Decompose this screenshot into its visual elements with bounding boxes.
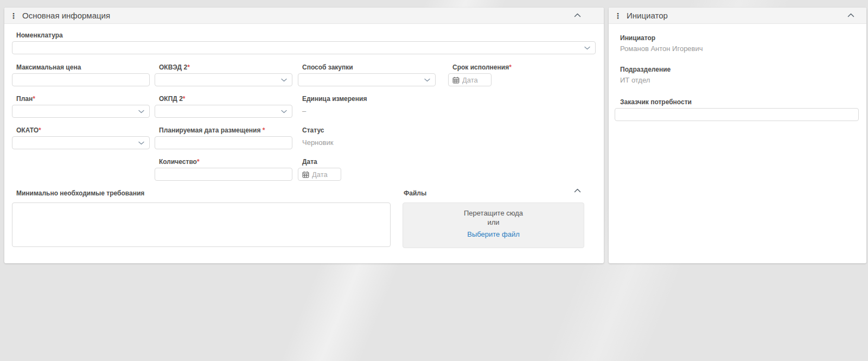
drag-handle-icon[interactable]: ⋮ <box>614 12 622 20</box>
field-department: Подразделение ИТ отдел <box>615 66 860 84</box>
field-planned-date: Планируемая дата размещения * <box>155 126 292 149</box>
unit-label: Единица измерения <box>298 95 436 103</box>
file-dropzone[interactable]: Перетащите сюда или Выберите файл <box>403 202 584 248</box>
field-date: Дата <box>298 158 341 181</box>
initiator-header: ⋮ Инициатор <box>609 8 866 24</box>
field-nomenclature: Номенклатура <box>12 31 596 54</box>
execution-term-datepicker[interactable] <box>448 73 492 86</box>
status-label: Статус <box>298 126 436 134</box>
okpd2-label: ОКПД 2* <box>155 95 292 103</box>
date-datepicker[interactable] <box>298 168 341 181</box>
execution-term-date-input[interactable] <box>462 76 487 84</box>
collapse-chevron-icon[interactable] <box>574 13 581 17</box>
chevron-down-icon <box>424 78 430 82</box>
chevron-down-icon <box>584 46 590 50</box>
required-asterisk: * <box>509 64 512 71</box>
okved2-label: ОКВЭД 2* <box>155 64 292 71</box>
customer-label: Заказчик потребности <box>615 98 860 106</box>
required-asterisk: * <box>183 95 186 103</box>
choose-file-link[interactable]: Выберите файл <box>467 230 519 238</box>
calendar-icon <box>302 171 309 178</box>
okved2-select[interactable] <box>155 73 292 86</box>
calendar-icon <box>452 77 459 84</box>
chevron-down-icon <box>138 141 144 145</box>
plan-label: План* <box>12 95 150 103</box>
required-asterisk: * <box>39 126 41 134</box>
nomenclature-select[interactable] <box>12 41 596 54</box>
purchase-method-select[interactable] <box>298 73 436 86</box>
chevron-down-icon <box>281 78 287 82</box>
min-requirements-label: Минимально необходимые требования <box>12 189 391 197</box>
field-execution-term: Срок исполнения* <box>448 64 492 86</box>
nomenclature-label: Номенклатура <box>12 31 596 39</box>
department-value: ИТ отдел <box>615 76 860 84</box>
required-asterisk: * <box>33 95 35 103</box>
chevron-down-icon <box>138 110 144 113</box>
chevron-down-icon <box>281 110 287 113</box>
field-max-price: Максимальная цена <box>12 64 150 86</box>
okato-label: ОКАТО* <box>12 126 150 134</box>
planned-date-label: Планируемая дата размещения * <box>155 126 292 134</box>
planned-date-input[interactable] <box>155 136 292 149</box>
initiator-value: Романов Антон Игоревич <box>615 45 860 53</box>
date-label: Дата <box>298 158 341 166</box>
field-okved2: ОКВЭД 2* <box>155 64 292 86</box>
max-price-input[interactable] <box>12 73 150 86</box>
required-asterisk: * <box>263 126 265 134</box>
customer-input[interactable] <box>615 108 859 121</box>
required-asterisk: * <box>187 64 190 71</box>
field-purchase-method: Способ закупки <box>298 64 436 86</box>
field-customer: Заказчик потребности <box>615 98 860 121</box>
purchase-method-label: Способ закупки <box>298 64 436 71</box>
panel-title-initiator: Инициатор <box>627 11 668 20</box>
okato-select[interactable] <box>12 136 150 149</box>
quantity-label: Количество* <box>155 158 292 166</box>
status-value: Черновик <box>298 136 436 149</box>
field-quantity: Количество* <box>155 158 292 181</box>
execution-term-label: Срок исполнения* <box>448 64 492 71</box>
files-collapse-chevron-icon[interactable] <box>574 188 581 193</box>
max-price-label: Максимальная цена <box>12 64 150 71</box>
required-asterisk: * <box>197 158 200 166</box>
quantity-input[interactable] <box>155 168 292 181</box>
date-input[interactable] <box>312 170 337 179</box>
field-initiator: Инициатор Романов Антон Игоревич <box>615 34 860 53</box>
files-label: Файлы <box>403 189 584 197</box>
department-label: Подразделение <box>615 66 860 73</box>
field-okpd2: ОКПД 2* <box>155 95 292 118</box>
panel-initiator: ⋮ Инициатор Инициатор Романов Антон Игор… <box>609 8 866 263</box>
field-min-requirements: Минимально необходимые требования <box>12 189 391 247</box>
panel-main-info: ⋮ Основная информация Номенклатура Макси… <box>4 8 604 263</box>
field-status: Статус Черновик <box>298 126 436 149</box>
drag-handle-icon[interactable]: ⋮ <box>10 12 17 20</box>
plan-select[interactable] <box>12 105 150 118</box>
field-plan: План* <box>12 95 150 118</box>
field-unit: Единица измерения – <box>298 95 436 118</box>
okpd2-select[interactable] <box>155 105 292 118</box>
dropzone-text-line1: Перетащите сюда <box>403 208 584 218</box>
field-okato: ОКАТО* <box>12 126 150 149</box>
panel-title-main: Основная информация <box>22 11 110 20</box>
dropzone-text-line2: или <box>403 218 584 227</box>
min-requirements-textarea[interactable] <box>12 202 391 247</box>
main-info-header: ⋮ Основная информация <box>4 8 604 24</box>
unit-value: – <box>298 105 436 118</box>
initiator-label: Инициатор <box>615 34 860 42</box>
collapse-chevron-icon[interactable] <box>847 13 854 17</box>
field-files: Файлы Перетащите сюда или Выберите файл <box>403 189 584 248</box>
